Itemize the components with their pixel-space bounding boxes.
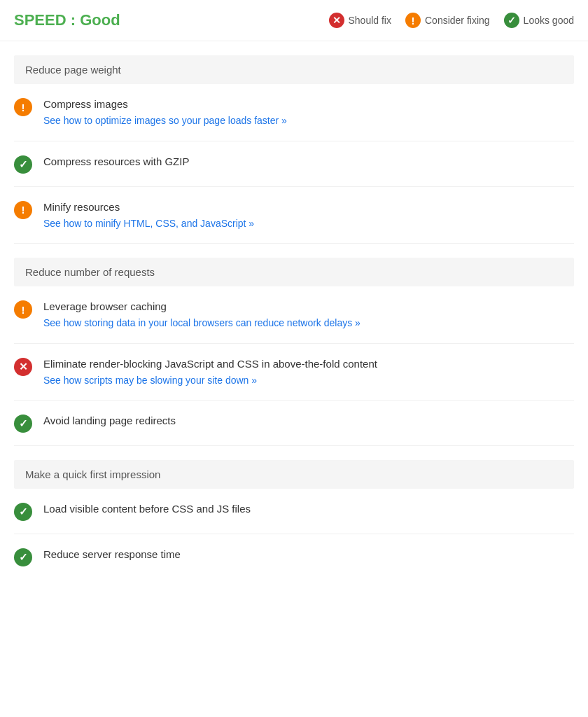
item-content: Eliminate render-blocking JavaScript and… xyxy=(43,356,574,388)
main-content: Reduce page weight!Compress imagesSee ho… xyxy=(0,55,588,579)
section-header-0: Reduce page weight xyxy=(14,55,574,84)
orange-status-icon: ! xyxy=(14,201,32,219)
page-title: SPEED : Good xyxy=(14,11,120,29)
orange-status-icon: ! xyxy=(14,98,32,116)
list-item: ✓Load visible content before CSS and JS … xyxy=(14,489,574,534)
item-link[interactable]: See how scripts may be slowing your site… xyxy=(43,374,574,388)
page-header: SPEED : Good ✕ Should fix ! Consider fix… xyxy=(0,0,588,41)
item-content: Load visible content before CSS and JS f… xyxy=(43,501,574,516)
legend-consider-fixing: ! Consider fixing xyxy=(405,13,490,28)
item-title: Load visible content before CSS and JS f… xyxy=(43,501,574,516)
item-title: Eliminate render-blocking JavaScript and… xyxy=(43,356,574,371)
orange-icon: ! xyxy=(405,13,421,28)
green-status-icon: ✓ xyxy=(14,503,32,521)
orange-status-icon: ! xyxy=(14,300,32,319)
list-item: !Compress imagesSee how to optimize imag… xyxy=(14,84,574,141)
item-title: Avoid landing page redirects xyxy=(43,413,574,428)
title-status: Good xyxy=(80,11,120,29)
list-item: ✕Eliminate render-blocking JavaScript an… xyxy=(14,344,574,401)
legend-consider-fixing-label: Consider fixing xyxy=(425,15,490,26)
item-link[interactable]: See how to optimize images so your page … xyxy=(43,114,574,128)
red-status-icon: ✕ xyxy=(14,358,32,376)
item-content: Reduce server response time xyxy=(43,547,574,562)
item-content: Minify resourcesSee how to minify HTML, … xyxy=(43,200,574,231)
item-title: Reduce server response time xyxy=(43,547,574,562)
item-content: Leverage browser cachingSee how storing … xyxy=(43,299,574,330)
item-link[interactable]: See how to minify HTML, CSS, and JavaScr… xyxy=(43,217,574,231)
green-icon: ✓ xyxy=(504,13,519,28)
legend-looks-good: ✓ Looks good xyxy=(504,13,574,28)
item-title: Minify resources xyxy=(43,200,574,214)
item-link[interactable]: See how storing data in your local brows… xyxy=(43,316,574,330)
red-icon: ✕ xyxy=(329,13,344,28)
title-prefix: SPEED : xyxy=(14,11,80,29)
section-header-2: Make a quick first impression xyxy=(14,460,574,489)
list-item: !Minify resourcesSee how to minify HTML,… xyxy=(14,187,574,244)
item-title: Compress images xyxy=(43,97,574,111)
item-content: Compress imagesSee how to optimize image… xyxy=(43,97,574,128)
list-item: ✓Reduce server response time xyxy=(14,534,574,579)
legend: ✕ Should fix ! Consider fixing ✓ Looks g… xyxy=(329,13,575,28)
green-status-icon: ✓ xyxy=(14,415,32,433)
legend-should-fix-label: Should fix xyxy=(349,15,391,26)
section-header-1: Reduce number of requests xyxy=(14,258,574,286)
list-item: ✓Compress resources with GZIP xyxy=(14,141,574,187)
list-item: ✓Avoid landing page redirects xyxy=(14,401,574,446)
legend-should-fix: ✕ Should fix xyxy=(329,13,391,28)
item-content: Avoid landing page redirects xyxy=(43,413,574,428)
legend-looks-good-label: Looks good xyxy=(524,15,574,26)
item-content: Compress resources with GZIP xyxy=(43,154,574,169)
green-status-icon: ✓ xyxy=(14,155,32,174)
item-title: Leverage browser caching xyxy=(43,299,574,314)
item-title: Compress resources with GZIP xyxy=(43,154,574,169)
green-status-icon: ✓ xyxy=(14,548,32,566)
list-item: !Leverage browser cachingSee how storing… xyxy=(14,286,574,344)
